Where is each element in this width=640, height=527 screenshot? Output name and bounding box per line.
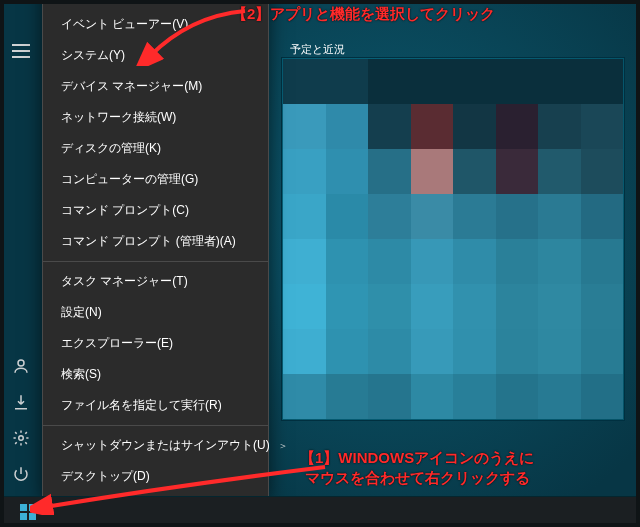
svg-rect-4: [20, 513, 27, 520]
hamburger-icon[interactable]: [12, 44, 30, 62]
winx-menu-item[interactable]: デスクトップ(D): [43, 461, 268, 492]
menu-item-label: コマンド プロンプト(C): [61, 202, 189, 219]
menu-item-label: タスク マネージャー(T): [61, 273, 188, 290]
winx-menu-item[interactable]: エクスプローラー(E): [43, 328, 268, 359]
taskbar: [0, 496, 640, 527]
svg-point-0: [18, 360, 24, 366]
winx-menu-item[interactable]: ファイル名を指定して実行(R): [43, 390, 268, 421]
winx-menu-item[interactable]: タスク マネージャー(T): [43, 266, 268, 297]
menu-separator: [43, 425, 268, 426]
winx-menu-item[interactable]: デバイス マネージャー(M): [43, 71, 268, 102]
menu-item-label: 検索(S): [61, 366, 101, 383]
settings-gear-icon[interactable]: [12, 429, 30, 447]
menu-item-label: デバイス マネージャー(M): [61, 78, 202, 95]
windows-logo-icon: [20, 504, 36, 520]
svg-rect-5: [29, 513, 36, 520]
power-icon[interactable]: [12, 465, 30, 483]
menu-item-label: ディスクの管理(K): [61, 140, 161, 157]
menu-item-label: 電源オプション(O): [61, 0, 162, 2]
download-icon[interactable]: [12, 393, 30, 411]
winx-menu-item[interactable]: 検索(S): [43, 359, 268, 390]
winx-context-menu: アプリと機能(F)電源オプション(O)イベント ビューアー(V)システム(Y)デ…: [42, 0, 269, 497]
menu-item-label: シャットダウンまたはサインアウト(U): [61, 437, 270, 454]
menu-item-label: イベント ビューアー(V): [61, 16, 188, 33]
winx-menu-item[interactable]: システム(Y): [43, 40, 268, 71]
svg-point-1: [19, 436, 24, 441]
winx-menu-item[interactable]: コンピューターの管理(G): [43, 164, 268, 195]
blurred-tiles-background: [282, 58, 624, 420]
calendar-header-label: 予定と近況: [290, 42, 345, 57]
winx-menu-item[interactable]: ネットワーク接続(W): [43, 102, 268, 133]
screenshot-stage: 予定と近況 アプリと機能(F)電源オプション(O)イベント ビューアー(V)シス…: [0, 0, 640, 527]
menu-item-label: システム(Y): [61, 47, 125, 64]
start-rail: [0, 337, 42, 497]
instruction-step-1: 【1】WINDOWSアイコンのうえに マウスを合わせて右クリックする: [300, 448, 534, 489]
svg-rect-3: [29, 504, 36, 511]
menu-item-label: コマンド プロンプト (管理者)(A): [61, 233, 236, 250]
winx-menu-item[interactable]: シャットダウンまたはサインアウト(U)＞: [43, 430, 268, 461]
start-button[interactable]: [8, 497, 48, 527]
menu-item-label: ファイル名を指定して実行(R): [61, 397, 222, 414]
winx-menu-item[interactable]: コマンド プロンプト(C): [43, 195, 268, 226]
menu-item-label: 設定(N): [61, 304, 102, 321]
menu-item-label: エクスプローラー(E): [61, 335, 173, 352]
winx-menu-item[interactable]: ディスクの管理(K): [43, 133, 268, 164]
winx-menu-item[interactable]: コマンド プロンプト (管理者)(A): [43, 226, 268, 257]
menu-separator: [43, 261, 268, 262]
user-icon[interactable]: [12, 357, 30, 375]
svg-rect-2: [20, 504, 27, 511]
menu-item-label: ネットワーク接続(W): [61, 109, 176, 126]
instruction-step-1-line2: マウスを合わせて右クリックする: [305, 469, 530, 486]
instruction-step-2: 【2】アプリと機能を選択してクリック: [232, 4, 495, 24]
menu-item-label: コンピューターの管理(G): [61, 171, 198, 188]
menu-item-label: デスクトップ(D): [61, 468, 150, 485]
instruction-step-1-line1: 【1】WINDOWSアイコンのうえに: [300, 449, 534, 466]
chevron-right-icon: ＞: [278, 439, 288, 453]
winx-menu-item[interactable]: 設定(N): [43, 297, 268, 328]
